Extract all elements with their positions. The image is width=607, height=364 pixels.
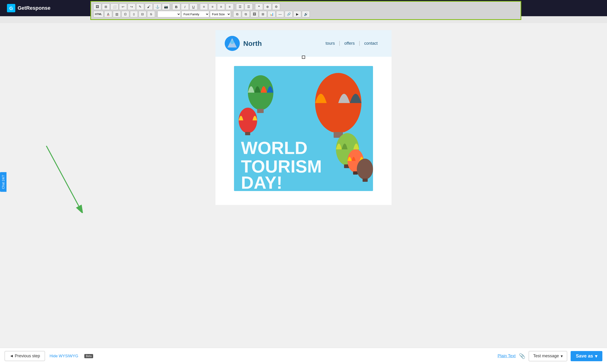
toolbar-table-btn[interactable]: ⊞ — [102, 3, 110, 10]
toolbar-play-btn[interactable]: ▶ — [293, 11, 301, 17]
toolbar-iframe-btn[interactable]: ⬜ — [110, 3, 119, 10]
bottom-left-area: ◄ Previous step Hide WYSIWYG Beta — [5, 351, 93, 361]
toolbar-align-right-btn[interactable]: ≡ — [217, 3, 225, 10]
svg-rect-12 — [257, 109, 264, 113]
beta-badge: Beta — [84, 354, 93, 358]
toolbar-italic-btn[interactable]: I — [181, 3, 189, 10]
getresponse-logo-icon: G — [7, 4, 15, 12]
toolbar-align-justify-btn[interactable]: ≡ — [226, 3, 234, 10]
toolbar-eraser-btn[interactable]: ✎ — [136, 3, 144, 10]
toolbar-settings-btn[interactable]: ⚙ — [272, 3, 280, 10]
toolbar-photo-btn[interactable]: 📷 — [162, 3, 170, 10]
toolbar-undo-btn[interactable]: ↩ — [119, 3, 127, 10]
toolbar-separator-5 — [156, 11, 156, 17]
svg-text:WORLD: WORLD — [241, 138, 307, 158]
email-navigation: tours offers contact — [321, 41, 382, 46]
toolbar-align-center-btn[interactable]: ≡ — [209, 3, 216, 10]
editor-toolbar: 🖼 ⊞ ⬜ ↩ ↪ ✎ 🖌 ⚓ 📷 B I U ≡ ≡ ≡ ≡ ☰ ☰ ❝ ⊕ … — [90, 1, 521, 20]
toolbar-token-btn[interactable]: {} — [130, 11, 138, 17]
annotation-arrow — [40, 143, 86, 213]
svg-point-5 — [230, 40, 234, 44]
email-header: North tours offers contact — [215, 30, 392, 57]
toolbar-paintbrush-btn[interactable]: 🖌 — [145, 3, 153, 10]
main-editor-area[interactable]: North tours offers contact — [0, 23, 607, 348]
toolbar-anchor-btn[interactable]: ⚓ — [153, 3, 161, 10]
email-canvas: North tours offers contact — [215, 30, 392, 205]
svg-text:G: G — [9, 6, 13, 11]
svg-rect-18 — [353, 171, 358, 175]
toolbar-link-btn[interactable]: 🔗 — [285, 11, 293, 17]
toolbar-bullet-list-btn[interactable]: ☰ — [236, 3, 244, 10]
svg-point-19 — [357, 159, 373, 180]
toolbar-separator-1 — [171, 4, 171, 10]
toolbar-insert-chart-btn[interactable]: 📊 — [268, 11, 276, 17]
toolbar-separator-2 — [198, 4, 199, 10]
app-name: GetResponse — [18, 5, 51, 11]
test-message-chevron: ▾ — [561, 354, 563, 359]
bottom-right-area: Plain Text 📎 Test message ▾ Save as ▾ — [498, 351, 602, 361]
hide-wysiwyg-link[interactable]: Hide WYSIWYG — [50, 354, 78, 358]
toolbar-insert-table2-btn[interactable]: ⊞ — [259, 11, 267, 17]
chat-widget[interactable]: Chat 24/7 — [0, 172, 6, 192]
format-select[interactable]: Format — [158, 11, 181, 17]
svg-rect-14 — [245, 132, 250, 135]
test-message-label: Test message — [533, 354, 559, 358]
toolbar-redo-btn[interactable]: ↪ — [128, 3, 135, 10]
toolbar-image-btn[interactable]: 🖼 — [93, 3, 101, 10]
logo-area: G GetResponse — [7, 4, 51, 12]
brand-area: North — [225, 36, 262, 51]
toolbar-copy-format-btn[interactable]: ⧉ — [233, 11, 241, 17]
toolbar-row-1: 🖼 ⊞ ⬜ ↩ ↪ ✎ 🖌 ⚓ 📷 B I U ≡ ≡ ≡ ≡ ☰ ☰ ❝ ⊕ … — [93, 3, 518, 10]
toolbar-insert-image-btn[interactable]: 🖼 — [251, 11, 258, 17]
toolbar-list-style-btn[interactable]: ⊟ — [139, 11, 146, 17]
hero-image: WORLD TOURISM DAY! — [234, 66, 373, 191]
toolbar-paste-format-btn[interactable]: ⧉ — [242, 11, 250, 17]
svg-rect-20 — [363, 179, 368, 182]
brand-logo — [225, 36, 240, 51]
nav-tours[interactable]: tours — [321, 41, 340, 46]
toolbar-hr-btn[interactable]: — — [276, 11, 284, 17]
save-as-label: Save as — [576, 353, 593, 359]
toolbar-html-btn[interactable]: HTML — [93, 11, 104, 17]
brand-logo-svg — [225, 36, 240, 51]
plain-text-link[interactable]: Plain Text — [498, 354, 516, 358]
toolbar-separator-6 — [232, 11, 232, 17]
svg-text:DAY!: DAY! — [241, 173, 282, 191]
previous-step-button[interactable]: ◄ Previous step — [5, 351, 45, 361]
svg-line-25 — [46, 146, 79, 206]
save-as-button[interactable]: Save as ▾ — [571, 351, 602, 361]
font-size-select[interactable]: Font Size 10 12 14 — [210, 11, 231, 17]
nav-contact[interactable]: contact — [360, 41, 382, 46]
toolbar-separator-4 — [254, 4, 254, 10]
save-as-chevron: ▾ — [595, 353, 597, 359]
nav-offers[interactable]: offers — [340, 41, 360, 46]
resize-handle[interactable] — [302, 56, 305, 59]
toolbar-align-left-btn[interactable]: ≡ — [200, 3, 208, 10]
attachment-button[interactable]: 📎 — [519, 353, 525, 359]
balloons-svg: WORLD TOURISM DAY! — [234, 66, 373, 191]
toolbar-bold-btn[interactable]: B — [172, 3, 180, 10]
toolbar-share-btn[interactable]: ⊕ — [264, 3, 272, 10]
toolbar-underline-btn[interactable]: U — [189, 3, 198, 10]
brand-name: North — [243, 39, 262, 48]
font-family-select[interactable]: Font Family Arial Georgia Verdana — [181, 11, 209, 17]
test-message-button[interactable]: Test message ▾ — [529, 351, 567, 361]
bottom-bar: ◄ Previous step Hide WYSIWYG Beta Plain … — [0, 348, 607, 364]
toolbar-volume-btn[interactable]: 🔊 — [302, 11, 310, 17]
toolbar-font-bg-btn[interactable]: ▥ — [113, 11, 121, 17]
toolbar-blockquote-btn[interactable]: ❝ — [255, 3, 263, 10]
toolbar-row-2: HTML A ▥ Ω {} ⊟ S Format Font Family Ari… — [93, 11, 518, 17]
toolbar-special-char-btn[interactable]: Ω — [121, 11, 129, 17]
toolbar-strikethrough-btn[interactable]: S — [147, 11, 155, 17]
toolbar-font-color-btn[interactable]: A — [104, 11, 112, 17]
toolbar-numbered-list-btn[interactable]: ☰ — [245, 3, 252, 10]
